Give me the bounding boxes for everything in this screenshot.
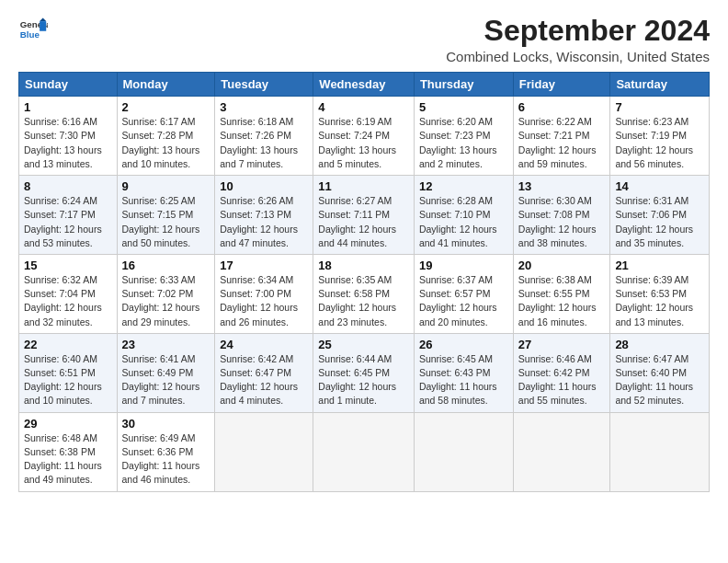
location-title: Combined Locks, Wisconsin, United States xyxy=(446,49,710,64)
day-number: 19 xyxy=(419,259,508,272)
day-number: 22 xyxy=(24,338,112,351)
day-info: Sunrise: 6:42 AM Sunset: 6:47 PM Dayligh… xyxy=(220,352,308,408)
day-number: 28 xyxy=(615,338,704,351)
weekday-header-row: SundayMondayTuesdayWednesdayThursdayFrid… xyxy=(19,73,710,97)
day-info: Sunrise: 6:28 AM Sunset: 7:10 PM Dayligh… xyxy=(419,194,508,250)
weekday-header: Monday xyxy=(117,73,215,97)
calendar-cell: 22Sunrise: 6:40 AM Sunset: 6:51 PM Dayli… xyxy=(19,333,118,412)
day-number: 13 xyxy=(518,179,606,193)
day-number: 15 xyxy=(24,259,112,272)
day-info: Sunrise: 6:40 AM Sunset: 6:51 PM Dayligh… xyxy=(24,352,112,408)
day-info: Sunrise: 6:37 AM Sunset: 6:57 PM Dayligh… xyxy=(419,273,508,329)
weekday-header: Wednesday xyxy=(313,73,415,97)
day-info: Sunrise: 6:23 AM Sunset: 7:19 PM Dayligh… xyxy=(615,115,704,171)
calendar-cell: 28Sunrise: 6:47 AM Sunset: 6:40 PM Dayli… xyxy=(610,333,710,412)
day-info: Sunrise: 6:49 AM Sunset: 6:36 PM Dayligh… xyxy=(122,431,210,488)
day-info: Sunrise: 6:45 AM Sunset: 6:43 PM Dayligh… xyxy=(419,352,508,408)
day-number: 20 xyxy=(518,259,606,272)
calendar-week-row: 15Sunrise: 6:32 AM Sunset: 7:04 PM Dayli… xyxy=(19,254,710,333)
calendar-cell: 6Sunrise: 6:22 AM Sunset: 7:21 PM Daylig… xyxy=(513,97,610,176)
day-info: Sunrise: 6:41 AM Sunset: 6:49 PM Dayligh… xyxy=(122,352,210,408)
day-info: Sunrise: 6:18 AM Sunset: 7:26 PM Dayligh… xyxy=(220,115,308,171)
day-number: 8 xyxy=(24,179,112,193)
day-info: Sunrise: 6:32 AM Sunset: 7:04 PM Dayligh… xyxy=(24,273,112,329)
day-number: 16 xyxy=(122,259,210,272)
day-info: Sunrise: 6:35 AM Sunset: 6:58 PM Dayligh… xyxy=(318,273,409,329)
title-block: September 2024 Combined Locks, Wisconsin… xyxy=(446,15,710,64)
calendar-cell: 25Sunrise: 6:44 AM Sunset: 6:45 PM Dayli… xyxy=(313,333,415,412)
weekday-header: Tuesday xyxy=(215,73,313,97)
day-number: 21 xyxy=(615,259,704,272)
day-number: 23 xyxy=(122,338,210,351)
calendar-cell: 21Sunrise: 6:39 AM Sunset: 6:53 PM Dayli… xyxy=(610,254,710,333)
calendar-cell: 2Sunrise: 6:17 AM Sunset: 7:28 PM Daylig… xyxy=(117,97,215,176)
calendar-table: SundayMondayTuesdayWednesdayThursdayFrid… xyxy=(18,72,710,491)
day-number: 1 xyxy=(24,100,112,114)
calendar-cell: 10Sunrise: 6:26 AM Sunset: 7:13 PM Dayli… xyxy=(215,176,313,255)
day-info: Sunrise: 6:46 AM Sunset: 6:42 PM Dayligh… xyxy=(518,352,606,408)
calendar-cell: 7Sunrise: 6:23 AM Sunset: 7:19 PM Daylig… xyxy=(610,97,710,176)
day-info: Sunrise: 6:48 AM Sunset: 6:38 PM Dayligh… xyxy=(24,431,112,488)
day-number: 2 xyxy=(122,100,210,114)
day-number: 24 xyxy=(220,338,308,351)
day-info: Sunrise: 6:39 AM Sunset: 6:53 PM Dayligh… xyxy=(615,273,704,329)
day-number: 11 xyxy=(318,179,409,193)
calendar-week-row: 8Sunrise: 6:24 AM Sunset: 7:17 PM Daylig… xyxy=(19,176,710,255)
weekday-header: Saturday xyxy=(610,73,710,97)
day-number: 26 xyxy=(419,338,508,351)
calendar-cell: 16Sunrise: 6:33 AM Sunset: 7:02 PM Dayli… xyxy=(117,254,215,333)
day-info: Sunrise: 6:33 AM Sunset: 7:02 PM Dayligh… xyxy=(122,273,210,329)
calendar-cell xyxy=(414,412,513,491)
calendar-cell: 15Sunrise: 6:32 AM Sunset: 7:04 PM Dayli… xyxy=(19,254,118,333)
calendar-cell: 19Sunrise: 6:37 AM Sunset: 6:57 PM Dayli… xyxy=(414,254,513,333)
day-info: Sunrise: 6:17 AM Sunset: 7:28 PM Dayligh… xyxy=(122,115,210,171)
day-info: Sunrise: 6:20 AM Sunset: 7:23 PM Dayligh… xyxy=(419,115,508,171)
calendar-cell: 24Sunrise: 6:42 AM Sunset: 6:47 PM Dayli… xyxy=(215,333,313,412)
calendar-cell: 17Sunrise: 6:34 AM Sunset: 7:00 PM Dayli… xyxy=(215,254,313,333)
calendar-cell: 9Sunrise: 6:25 AM Sunset: 7:15 PM Daylig… xyxy=(117,176,215,255)
calendar-cell: 26Sunrise: 6:45 AM Sunset: 6:43 PM Dayli… xyxy=(414,333,513,412)
calendar-cell xyxy=(513,412,610,491)
day-number: 14 xyxy=(615,179,704,193)
calendar-cell: 13Sunrise: 6:30 AM Sunset: 7:08 PM Dayli… xyxy=(513,176,610,255)
day-info: Sunrise: 6:47 AM Sunset: 6:40 PM Dayligh… xyxy=(615,352,704,408)
calendar-cell: 3Sunrise: 6:18 AM Sunset: 7:26 PM Daylig… xyxy=(215,97,313,176)
calendar-cell xyxy=(215,412,313,491)
day-number: 7 xyxy=(615,100,704,114)
day-number: 27 xyxy=(518,338,606,351)
day-info: Sunrise: 6:16 AM Sunset: 7:30 PM Dayligh… xyxy=(24,115,112,171)
day-info: Sunrise: 6:34 AM Sunset: 7:00 PM Dayligh… xyxy=(220,273,308,329)
calendar-cell: 23Sunrise: 6:41 AM Sunset: 6:49 PM Dayli… xyxy=(117,333,215,412)
calendar-cell: 11Sunrise: 6:27 AM Sunset: 7:11 PM Dayli… xyxy=(313,176,415,255)
svg-text:Blue: Blue xyxy=(20,29,40,40)
logo: General Blue xyxy=(18,15,48,44)
day-info: Sunrise: 6:25 AM Sunset: 7:15 PM Dayligh… xyxy=(122,194,210,250)
calendar-cell: 20Sunrise: 6:38 AM Sunset: 6:55 PM Dayli… xyxy=(513,254,610,333)
calendar-cell: 30Sunrise: 6:49 AM Sunset: 6:36 PM Dayli… xyxy=(117,412,215,491)
calendar-cell: 14Sunrise: 6:31 AM Sunset: 7:06 PM Dayli… xyxy=(610,176,710,255)
calendar-cell: 8Sunrise: 6:24 AM Sunset: 7:17 PM Daylig… xyxy=(19,176,118,255)
logo-icon: General Blue xyxy=(18,15,48,44)
calendar-cell xyxy=(610,412,710,491)
day-number: 25 xyxy=(318,338,409,351)
day-info: Sunrise: 6:27 AM Sunset: 7:11 PM Dayligh… xyxy=(318,194,409,250)
weekday-header: Sunday xyxy=(19,73,118,97)
day-number: 10 xyxy=(220,179,308,193)
page-header: General Blue September 2024 Combined Loc… xyxy=(18,15,710,64)
day-info: Sunrise: 6:24 AM Sunset: 7:17 PM Dayligh… xyxy=(24,194,112,250)
day-info: Sunrise: 6:19 AM Sunset: 7:24 PM Dayligh… xyxy=(318,115,409,171)
day-number: 18 xyxy=(318,259,409,272)
calendar-cell: 29Sunrise: 6:48 AM Sunset: 6:38 PM Dayli… xyxy=(19,412,118,491)
calendar-cell: 27Sunrise: 6:46 AM Sunset: 6:42 PM Dayli… xyxy=(513,333,610,412)
day-info: Sunrise: 6:31 AM Sunset: 7:06 PM Dayligh… xyxy=(615,194,704,250)
day-number: 29 xyxy=(24,417,112,431)
day-number: 9 xyxy=(122,179,210,193)
day-number: 12 xyxy=(419,179,508,193)
weekday-header: Thursday xyxy=(414,73,513,97)
day-info: Sunrise: 6:30 AM Sunset: 7:08 PM Dayligh… xyxy=(518,194,606,250)
calendar-cell: 18Sunrise: 6:35 AM Sunset: 6:58 PM Dayli… xyxy=(313,254,415,333)
day-info: Sunrise: 6:26 AM Sunset: 7:13 PM Dayligh… xyxy=(220,194,308,250)
calendar-cell: 4Sunrise: 6:19 AM Sunset: 7:24 PM Daylig… xyxy=(313,97,415,176)
calendar-cell: 5Sunrise: 6:20 AM Sunset: 7:23 PM Daylig… xyxy=(414,97,513,176)
calendar-cell: 12Sunrise: 6:28 AM Sunset: 7:10 PM Dayli… xyxy=(414,176,513,255)
